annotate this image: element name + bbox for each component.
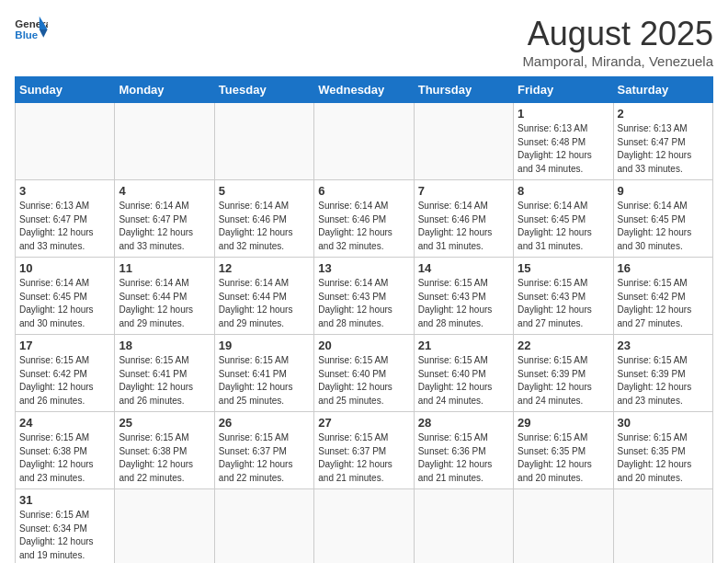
calendar-cell: 28Sunrise: 6:15 AM Sunset: 6:36 PM Dayli… xyxy=(414,412,513,489)
day-number: 21 xyxy=(418,339,509,352)
calendar-cell xyxy=(314,489,414,564)
calendar-week-row: 24Sunrise: 6:15 AM Sunset: 6:38 PM Dayli… xyxy=(16,412,713,489)
calendar-cell: 27Sunrise: 6:15 AM Sunset: 6:37 PM Dayli… xyxy=(314,412,414,489)
weekday-header-monday: Monday xyxy=(115,77,214,103)
calendar-cell: 19Sunrise: 6:15 AM Sunset: 6:41 PM Dayli… xyxy=(214,335,313,412)
calendar-cell xyxy=(414,489,513,564)
calendar-cell xyxy=(214,103,313,180)
calendar-cell: 6Sunrise: 6:14 AM Sunset: 6:46 PM Daylig… xyxy=(314,180,414,258)
day-number: 22 xyxy=(518,339,609,352)
calendar-cell: 21Sunrise: 6:15 AM Sunset: 6:40 PM Dayli… xyxy=(414,335,513,412)
day-number: 8 xyxy=(518,184,609,198)
calendar-cell: 9Sunrise: 6:14 AM Sunset: 6:45 PM Daylig… xyxy=(613,180,712,258)
day-info: Sunrise: 6:15 AM Sunset: 6:38 PM Dayligh… xyxy=(19,431,110,485)
day-info: Sunrise: 6:14 AM Sunset: 6:46 PM Dayligh… xyxy=(318,200,409,253)
day-info: Sunrise: 6:15 AM Sunset: 6:42 PM Dayligh… xyxy=(618,277,709,330)
calendar-cell: 31Sunrise: 6:15 AM Sunset: 6:34 PM Dayli… xyxy=(16,489,115,564)
day-number: 9 xyxy=(618,184,709,198)
calendar-week-row: 10Sunrise: 6:14 AM Sunset: 6:45 PM Dayli… xyxy=(16,258,713,335)
calendar-cell: 24Sunrise: 6:15 AM Sunset: 6:38 PM Dayli… xyxy=(16,412,115,489)
calendar-cell: 14Sunrise: 6:15 AM Sunset: 6:43 PM Dayli… xyxy=(414,258,513,335)
day-number: 19 xyxy=(219,339,310,352)
title-area: August 2025 Mamporal, Miranda, Venezuela xyxy=(522,15,713,69)
day-info: Sunrise: 6:15 AM Sunset: 6:43 PM Dayligh… xyxy=(518,277,609,330)
calendar-week-row: 1Sunrise: 6:13 AM Sunset: 6:48 PM Daylig… xyxy=(16,103,713,180)
calendar-cell: 12Sunrise: 6:14 AM Sunset: 6:44 PM Dayli… xyxy=(214,258,313,335)
calendar-cell: 18Sunrise: 6:15 AM Sunset: 6:41 PM Dayli… xyxy=(115,335,214,412)
weekday-header-row: SundayMondayTuesdayWednesdayThursdayFrid… xyxy=(16,77,713,103)
day-info: Sunrise: 6:15 AM Sunset: 6:39 PM Dayligh… xyxy=(518,354,609,408)
calendar-cell: 8Sunrise: 6:14 AM Sunset: 6:45 PM Daylig… xyxy=(514,180,613,258)
day-number: 1 xyxy=(518,107,609,121)
day-info: Sunrise: 6:15 AM Sunset: 6:38 PM Dayligh… xyxy=(119,431,210,485)
logo-icon: General Blue xyxy=(15,15,48,42)
calendar-week-row: 3Sunrise: 6:13 AM Sunset: 6:47 PM Daylig… xyxy=(16,180,713,258)
day-info: Sunrise: 6:15 AM Sunset: 6:34 PM Dayligh… xyxy=(19,509,110,562)
day-info: Sunrise: 6:15 AM Sunset: 6:39 PM Dayligh… xyxy=(618,354,709,408)
day-info: Sunrise: 6:13 AM Sunset: 6:48 PM Dayligh… xyxy=(518,122,609,176)
day-number: 5 xyxy=(219,184,310,198)
calendar-cell: 22Sunrise: 6:15 AM Sunset: 6:39 PM Dayli… xyxy=(514,335,613,412)
calendar-week-row: 17Sunrise: 6:15 AM Sunset: 6:42 PM Dayli… xyxy=(16,335,713,412)
day-number: 25 xyxy=(119,416,210,430)
day-info: Sunrise: 6:15 AM Sunset: 6:41 PM Dayligh… xyxy=(119,354,210,408)
day-info: Sunrise: 6:14 AM Sunset: 6:46 PM Dayligh… xyxy=(219,200,310,253)
calendar-cell: 23Sunrise: 6:15 AM Sunset: 6:39 PM Dayli… xyxy=(613,335,712,412)
weekday-header-thursday: Thursday xyxy=(414,77,513,103)
svg-text:Blue: Blue xyxy=(15,29,38,40)
day-number: 27 xyxy=(318,416,409,430)
day-info: Sunrise: 6:15 AM Sunset: 6:37 PM Dayligh… xyxy=(318,431,409,485)
calendar-cell: 17Sunrise: 6:15 AM Sunset: 6:42 PM Dayli… xyxy=(16,335,115,412)
calendar-cell: 7Sunrise: 6:14 AM Sunset: 6:46 PM Daylig… xyxy=(414,180,513,258)
calendar-cell: 26Sunrise: 6:15 AM Sunset: 6:37 PM Dayli… xyxy=(214,412,313,489)
day-info: Sunrise: 6:14 AM Sunset: 6:44 PM Dayligh… xyxy=(219,277,310,330)
day-number: 20 xyxy=(318,339,409,352)
day-number: 23 xyxy=(618,339,709,352)
day-number: 12 xyxy=(219,261,310,275)
day-number: 31 xyxy=(19,493,110,507)
calendar-cell: 25Sunrise: 6:15 AM Sunset: 6:38 PM Dayli… xyxy=(115,412,214,489)
day-info: Sunrise: 6:15 AM Sunset: 6:35 PM Dayligh… xyxy=(618,431,709,485)
weekday-header-wednesday: Wednesday xyxy=(314,77,414,103)
weekday-header-saturday: Saturday xyxy=(613,77,712,103)
calendar-subtitle: Mamporal, Miranda, Venezuela xyxy=(522,53,713,69)
day-info: Sunrise: 6:15 AM Sunset: 6:42 PM Dayligh… xyxy=(19,354,110,408)
calendar-cell xyxy=(115,103,214,180)
calendar-week-row: 31Sunrise: 6:15 AM Sunset: 6:34 PM Dayli… xyxy=(16,489,713,564)
day-number: 6 xyxy=(318,184,409,198)
calendar-cell: 11Sunrise: 6:14 AM Sunset: 6:44 PM Dayli… xyxy=(115,258,214,335)
calendar-table: SundayMondayTuesdayWednesdayThursdayFrid… xyxy=(15,76,713,563)
day-number: 15 xyxy=(518,261,609,275)
page-header: General Blue August 2025 Mamporal, Miran… xyxy=(15,15,713,69)
calendar-cell: 29Sunrise: 6:15 AM Sunset: 6:35 PM Dayli… xyxy=(514,412,613,489)
day-number: 10 xyxy=(19,261,110,275)
calendar-cell: 16Sunrise: 6:15 AM Sunset: 6:42 PM Dayli… xyxy=(613,258,712,335)
calendar-cell xyxy=(214,489,313,564)
calendar-cell: 1Sunrise: 6:13 AM Sunset: 6:48 PM Daylig… xyxy=(514,103,613,180)
calendar-cell: 5Sunrise: 6:14 AM Sunset: 6:46 PM Daylig… xyxy=(214,180,313,258)
day-info: Sunrise: 6:13 AM Sunset: 6:47 PM Dayligh… xyxy=(618,122,709,176)
day-number: 26 xyxy=(219,416,310,430)
calendar-cell xyxy=(16,103,115,180)
day-info: Sunrise: 6:15 AM Sunset: 6:40 PM Dayligh… xyxy=(318,354,409,408)
day-info: Sunrise: 6:14 AM Sunset: 6:45 PM Dayligh… xyxy=(618,200,709,253)
calendar-cell: 2Sunrise: 6:13 AM Sunset: 6:47 PM Daylig… xyxy=(613,103,712,180)
day-info: Sunrise: 6:14 AM Sunset: 6:45 PM Dayligh… xyxy=(19,277,110,330)
calendar-title: August 2025 xyxy=(522,15,713,53)
day-number: 3 xyxy=(19,184,110,198)
day-number: 11 xyxy=(119,261,210,275)
day-number: 17 xyxy=(19,339,110,352)
day-number: 14 xyxy=(418,261,509,275)
calendar-cell: 4Sunrise: 6:14 AM Sunset: 6:47 PM Daylig… xyxy=(115,180,214,258)
day-number: 28 xyxy=(418,416,509,430)
day-number: 7 xyxy=(418,184,509,198)
day-info: Sunrise: 6:14 AM Sunset: 6:46 PM Dayligh… xyxy=(418,200,509,253)
day-info: Sunrise: 6:15 AM Sunset: 6:41 PM Dayligh… xyxy=(219,354,310,408)
day-info: Sunrise: 6:15 AM Sunset: 6:40 PM Dayligh… xyxy=(418,354,509,408)
calendar-cell: 20Sunrise: 6:15 AM Sunset: 6:40 PM Dayli… xyxy=(314,335,414,412)
calendar-cell: 13Sunrise: 6:14 AM Sunset: 6:43 PM Dayli… xyxy=(314,258,414,335)
day-info: Sunrise: 6:15 AM Sunset: 6:37 PM Dayligh… xyxy=(219,431,310,485)
weekday-header-friday: Friday xyxy=(514,77,613,103)
day-number: 16 xyxy=(618,261,709,275)
logo: General Blue xyxy=(15,15,48,42)
